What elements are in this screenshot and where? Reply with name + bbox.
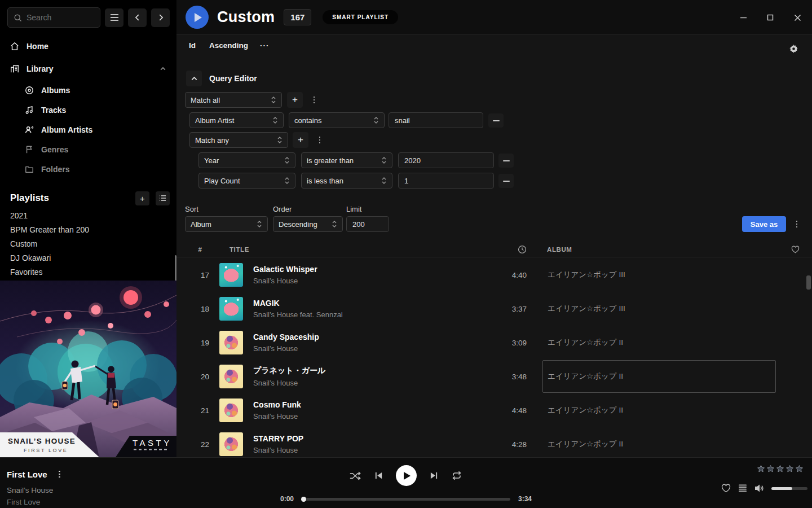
chevron-up-icon[interactable] <box>160 65 166 72</box>
album-cover-thumbnail[interactable] <box>219 365 243 388</box>
match-type-select[interactable]: Match all <box>185 92 282 108</box>
play-pause-button[interactable] <box>396 465 417 486</box>
column-header-favorite[interactable] <box>776 246 807 253</box>
save-menu-button[interactable] <box>792 216 801 232</box>
star-icon[interactable] <box>757 465 765 473</box>
album-name[interactable]: エイリアン☆ポップ III <box>542 292 776 325</box>
limit-input[interactable] <box>346 216 389 232</box>
column-header-duration[interactable] <box>491 245 527 254</box>
shuffle-button[interactable] <box>350 471 361 481</box>
sidebar-item-folders[interactable]: Folders <box>0 159 176 179</box>
settings-button[interactable] <box>789 44 798 54</box>
now-playing-artist[interactable]: Snail’s House <box>7 486 64 494</box>
album-name[interactable]: エイリアン☆ポップ II <box>542 428 776 457</box>
album-name[interactable]: エイリアン☆ポップ II <box>542 326 776 359</box>
album-cover-thumbnail[interactable] <box>219 432 243 456</box>
search-input[interactable] <box>27 13 94 22</box>
select-value: is less than <box>307 177 343 185</box>
album-cell: エイリアン☆ポップ II <box>527 393 776 427</box>
remove-group-rule-button[interactable] <box>498 154 514 168</box>
sidebar-item-tracks[interactable]: Tracks <box>0 100 176 120</box>
window-maximize-button[interactable] <box>763 10 778 25</box>
star-icon[interactable] <box>776 465 784 473</box>
group-rule-value-input[interactable] <box>398 152 494 168</box>
column-header-number[interactable]: # <box>186 246 215 253</box>
next-track-button[interactable] <box>430 471 438 480</box>
volume-slider[interactable] <box>771 487 807 490</box>
sidebar-item-albums[interactable]: Albums <box>0 80 176 100</box>
playlist-item[interactable]: 2021 <box>0 208 176 222</box>
track-row[interactable]: 17Galactic WhisperSnail’s House4:40エイリアン… <box>176 258 812 292</box>
rule-field-select[interactable]: Album Artist <box>189 112 284 128</box>
seek-slider[interactable] <box>302 498 510 501</box>
rule-operator-select[interactable]: contains <box>289 112 385 128</box>
previous-track-button[interactable] <box>374 471 383 480</box>
rating-stars <box>757 465 804 473</box>
seek-slider-thumb[interactable] <box>301 497 306 502</box>
repeat-button[interactable] <box>451 471 462 480</box>
window-close-button[interactable] <box>790 10 805 25</box>
album-name-label: エイリアン☆ポップ II <box>548 405 623 415</box>
add-group-rule-button[interactable]: + <box>293 132 308 148</box>
more-options-button[interactable]: ··· <box>260 41 270 50</box>
remove-group-rule-button[interactable] <box>498 174 514 188</box>
add-playlist-button[interactable]: + <box>135 191 149 205</box>
sidebar-item-genres[interactable]: Genres <box>0 139 176 159</box>
playlist-item[interactable]: Favorites <box>0 265 176 279</box>
queue-button[interactable] <box>738 484 747 492</box>
playlist-list-button[interactable] <box>156 191 170 205</box>
order-select[interactable]: Descending <box>273 216 343 232</box>
rule-group-menu-button[interactable] <box>310 92 319 108</box>
track-row[interactable]: 18MAGIKSnail’s House feat. Sennzai3:37エイ… <box>176 292 812 326</box>
menu-button[interactable] <box>105 8 123 27</box>
volume-button[interactable] <box>754 484 764 493</box>
star-icon[interactable] <box>785 465 794 473</box>
album-name[interactable]: エイリアン☆ポップ II <box>542 394 776 427</box>
group-rule-value-input[interactable] <box>398 173 494 189</box>
now-playing-menu-button[interactable] <box>55 466 64 482</box>
star-icon[interactable] <box>795 465 804 473</box>
add-rule-button[interactable]: + <box>287 92 303 108</box>
nav-forward-button[interactable] <box>151 8 170 27</box>
column-header-title[interactable]: TITLE <box>215 246 491 253</box>
now-playing-title[interactable]: First Love <box>7 470 47 479</box>
album-name-focused[interactable]: エイリアン☆ポップ II <box>542 360 776 393</box>
group-rule-operator-select[interactable]: is greater than <box>301 152 392 168</box>
window-minimize-button[interactable] <box>736 10 751 25</box>
star-icon[interactable] <box>766 465 775 473</box>
query-editor-collapse-button[interactable] <box>186 71 202 86</box>
playlist-item[interactable]: DJ Okawari <box>0 251 176 265</box>
album-cover-thumbnail[interactable] <box>219 331 243 354</box>
sidebar-item-album-artists[interactable]: Album Artists <box>0 120 176 139</box>
track-row[interactable]: 21Cosmo FunkSnail’s House4:48エイリアン☆ポップ I… <box>176 393 812 427</box>
track-list-scrollbar[interactable] <box>806 275 811 290</box>
group-rule-field-select[interactable]: Year <box>198 152 295 168</box>
save-as-button[interactable]: Save as <box>742 216 786 232</box>
album-name[interactable]: エイリアン☆ポップ III <box>542 259 776 291</box>
favorite-button[interactable] <box>721 484 731 493</box>
group-match-type-select[interactable]: Match any <box>189 132 288 148</box>
play-playlist-button[interactable] <box>186 6 209 29</box>
sidebar-item-home[interactable]: Home <box>0 35 176 58</box>
album-cover-thumbnail[interactable] <box>219 297 243 321</box>
sidebar-scrollbar[interactable] <box>175 255 176 281</box>
now-playing-album-art[interactable]: SNAIL’S HOUSE FIRST LOVE TASTY <box>0 281 176 457</box>
sort-order-button[interactable]: Ascending <box>209 41 248 50</box>
playlist-item[interactable]: Custom <box>0 237 176 251</box>
album-cover-thumbnail[interactable] <box>219 263 243 287</box>
sort-select[interactable]: Album <box>185 216 268 232</box>
column-header-album[interactable]: ALBUM <box>527 246 776 253</box>
playlist-item[interactable]: BPM Greater than 200 <box>0 222 176 237</box>
track-row[interactable]: 22STARRY POPSnail’s House4:28エイリアン☆ポップ I… <box>176 427 812 457</box>
sidebar-item-library[interactable]: Library <box>0 58 176 80</box>
track-row[interactable]: 20プラネット・ガールSnail’s House3:48エイリアン☆ポップ II <box>176 360 812 393</box>
remove-rule-button[interactable] <box>488 113 504 128</box>
group-rule-operator-select[interactable]: is less than <box>301 173 392 189</box>
track-row[interactable]: 19Candy SpaceshipSnail’s House3:09エイリアン☆… <box>176 326 812 360</box>
group-rule-field-select[interactable]: Play Count <box>198 173 295 189</box>
rule-value-input[interactable] <box>389 112 483 128</box>
album-cover-thumbnail[interactable] <box>219 398 243 422</box>
nav-back-button[interactable] <box>128 8 147 27</box>
sort-field-button[interactable]: Id <box>189 41 196 50</box>
group-menu-button[interactable] <box>315 132 324 148</box>
